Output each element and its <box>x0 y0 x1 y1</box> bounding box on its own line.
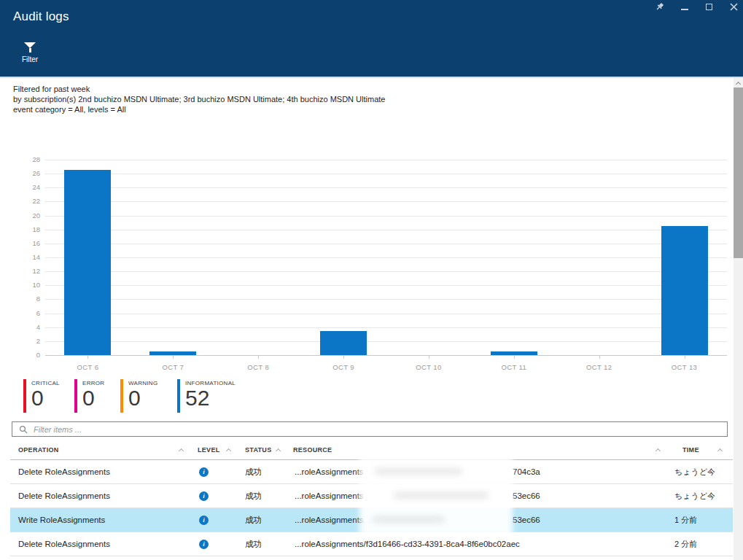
x-axis-tick <box>514 355 515 359</box>
page-title: Audit logs <box>13 9 69 24</box>
x-axis-label: OCT 6 <box>58 363 117 371</box>
filter-summary-line1: Filtered for past week <box>13 84 385 94</box>
y-axis-label: 10 <box>0 281 40 289</box>
filter-button-label: Filter <box>16 55 44 63</box>
sort-caret-icon[interactable] <box>656 448 661 454</box>
metric-informational: INFORMATIONAL 52 <box>177 379 236 413</box>
sort-caret-icon[interactable] <box>226 448 231 454</box>
x-axis-tick <box>343 355 344 359</box>
cell-operation: Write RoleAssignments <box>18 508 105 532</box>
table-row[interactable]: Delete RoleAssignments 成功 ...roleAssignm… <box>10 532 733 556</box>
cell-operation: Delete RoleAssignments <box>18 532 110 556</box>
filter-icon <box>16 42 44 52</box>
gridline <box>45 327 727 328</box>
x-axis-tick <box>599 355 600 359</box>
sort-caret-icon[interactable] <box>179 448 184 454</box>
x-axis-label: OCT 12 <box>570 363 629 371</box>
gridline <box>45 244 727 244</box>
y-axis-label: 6 <box>0 309 40 317</box>
window-controls <box>655 2 739 12</box>
y-axis-label: 0 <box>0 351 40 359</box>
chart-bar <box>320 331 367 356</box>
column-header-operation[interactable]: OPERATION <box>18 446 59 454</box>
cell-resource-suffix: 53ec66 <box>513 508 540 532</box>
column-header-level[interactable]: LEVEL <box>198 446 220 454</box>
gridline <box>45 271 727 272</box>
gridline <box>45 257 727 258</box>
gridline <box>45 230 727 230</box>
maximize-button[interactable] <box>704 2 714 12</box>
gridline <box>45 187 727 188</box>
metric-value: 0 <box>31 386 60 410</box>
x-axis-label: OCT 10 <box>400 363 458 371</box>
sort-caret-icon[interactable] <box>276 448 281 454</box>
cell-status: 成功 <box>245 532 262 556</box>
chart-bar <box>64 170 111 355</box>
cell-status: 成功 <box>245 484 262 508</box>
close-icon <box>730 3 738 11</box>
scrollbar-up-button[interactable] <box>734 78 743 88</box>
gridline <box>45 201 727 202</box>
y-axis-label: 26 <box>0 169 40 177</box>
gridline <box>45 160 727 160</box>
chart-bar <box>661 226 708 355</box>
informational-level-icon <box>199 508 209 532</box>
cell-status: 成功 <box>245 460 262 483</box>
cell-resource-suffix: 704c3a <box>513 460 540 483</box>
blurred-region <box>365 462 507 531</box>
chevron-up-icon <box>736 81 741 86</box>
scrollbar-thumb[interactable] <box>734 88 743 258</box>
y-axis-label: 22 <box>0 197 40 205</box>
pin-button[interactable] <box>655 2 664 12</box>
cell-operation: Delete RoleAssignments <box>18 484 110 508</box>
gridline <box>45 216 727 217</box>
gridline <box>45 285 727 286</box>
cell-operation: Delete RoleAssignments <box>18 460 110 483</box>
cell-resource: ...roleAssignments/f3d16466-cd33-4391-8c… <box>295 532 520 556</box>
events-bar-chart: 0246810121416182022242628OCT 6OCT 7OCT 8… <box>0 153 733 376</box>
gridline <box>45 341 727 342</box>
maximize-icon <box>706 4 712 10</box>
filter-summary-line2: by subscription(s) 2nd buchizo MSDN Ulti… <box>13 94 385 104</box>
cell-resource: ...roleAssignments <box>295 460 364 483</box>
cell-resource-suffix: 53ec66 <box>513 484 540 508</box>
x-axis-label: OCT 13 <box>656 363 714 371</box>
filter-button[interactable]: Filter <box>16 42 44 63</box>
filter-summary-line3: event category = All, levels = All <box>13 104 385 114</box>
metric-error: ERROR 0 <box>74 379 104 413</box>
blade-header: Audit logs <box>0 0 743 77</box>
column-header-time[interactable]: TIME <box>682 446 699 454</box>
x-axis-tick <box>258 355 259 359</box>
gridline <box>45 314 727 314</box>
metric-critical: CRITICAL 0 <box>23 379 60 413</box>
minimize-button[interactable] <box>680 2 689 12</box>
gridline <box>45 174 727 174</box>
sort-caret-icon[interactable] <box>717 448 723 454</box>
table-header: OPERATION LEVEL STATUS RESOURCE TIME <box>10 440 733 460</box>
y-axis-label: 20 <box>0 211 40 219</box>
column-header-status[interactable]: STATUS <box>245 446 271 454</box>
y-axis-label: 18 <box>0 225 40 233</box>
informational-level-icon <box>199 484 209 508</box>
filter-items-searchbox <box>12 421 728 437</box>
metric-value: 0 <box>128 386 157 410</box>
column-header-resource[interactable]: RESOURCE <box>293 446 332 454</box>
cell-time: ちょうど今 <box>674 484 715 508</box>
y-axis-label: 8 <box>0 295 40 303</box>
metric-value: 0 <box>82 386 104 410</box>
metric-warning: WARNING 0 <box>120 379 157 413</box>
informational-level-icon <box>199 460 209 483</box>
search-input[interactable] <box>28 425 727 434</box>
search-icon <box>19 425 28 434</box>
close-button[interactable] <box>729 2 739 12</box>
x-axis-tick <box>87 355 88 359</box>
cell-time: 2 分前 <box>674 532 697 556</box>
x-axis-label: OCT 9 <box>314 363 373 371</box>
metric-value: 52 <box>185 386 236 410</box>
y-axis-label: 24 <box>0 183 40 191</box>
cell-resource: ...roleAssignments <box>295 484 364 508</box>
cell-status: 成功 <box>245 508 262 532</box>
informational-level-icon <box>199 532 209 556</box>
audit-logs-blade: Audit logs <box>0 0 743 560</box>
cell-time: ちょうど今 <box>674 460 715 483</box>
